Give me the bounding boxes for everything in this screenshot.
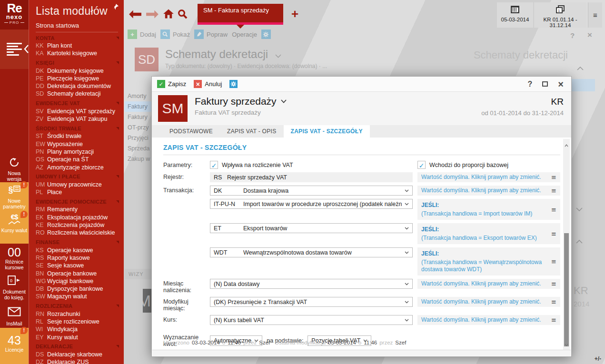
menu-icon[interactable]: ≡ [551, 174, 556, 181]
home-icon[interactable] [163, 9, 174, 21]
sidebar-item-dd[interactable]: DDDekretacja dokumentów [36, 82, 124, 90]
period-button[interactable]: 1 KR 01.01.14 - 31.12.14 [534, 2, 586, 28]
sidebar-item-os[interactable]: OSOperacje na ŚT [36, 156, 124, 163]
scrollbar-thumb[interactable] [564, 233, 569, 346]
sidebar-item-db[interactable]: DBDyspozycje bankowe [36, 285, 124, 293]
strip-item-nowe-parametry[interactable]: ! § Nowe parametry [0, 182, 29, 212]
sidebar-item-rl[interactable]: RLSesje rozliczeniowe [36, 318, 124, 325]
menu-icon[interactable]: ≡ [551, 230, 556, 237]
sidebar-section-header[interactable]: EWIDENCJE POMOCNICZE [36, 197, 119, 206]
dropdown-field[interactable]: (DK) Przesunięcie z Transakcji VAT [210, 297, 413, 307]
menu-icon[interactable]: ≡ [551, 298, 556, 305]
strip-item-roznice-kursowe[interactable]: 00 Różnice kursowe [0, 244, 29, 272]
strip-item-kursy-walut[interactable]: ! €$ Kursy walut [0, 212, 29, 244]
menu-icon[interactable]: ≡ [551, 258, 556, 265]
sidebar-item-ew[interactable]: EWWyposażenie [36, 140, 124, 148]
sidebar-section-header[interactable]: ŚRODKI TRWAŁE [36, 124, 119, 132]
menu-icon[interactable]: ≡ [551, 280, 556, 287]
sidebar-item-um[interactable]: UMUmowy pracownicze [36, 181, 124, 188]
condition-box[interactable]: JEŚLI:(Transakcja handlowa = Wewnątrzwsp… [417, 247, 560, 275]
sidebar-section: EWIDENCJE POMOCNICZERMRemanentyEKEksploa… [36, 197, 124, 236]
sidebar-item-sw[interactable]: SWMagazyn walut [36, 293, 124, 300]
strip-item-licencje[interactable]: ! 43 Licencje [0, 328, 29, 364]
tab-sm-faktura-sprzedazy[interactable]: SM - Faktura sprzedaży [198, 4, 283, 25]
save-button[interactable]: ✓ Zapisz [157, 80, 186, 88]
sidebar-item-dk[interactable]: DKDokumenty księgowe [36, 67, 124, 75]
sidebar-item-wg[interactable]: WGWyciągi bankowe [36, 277, 124, 285]
sidebar-item-st[interactable]: STŚrodki trwałe [36, 132, 124, 140]
sidebar-item-strona-startowa[interactable]: Strona startowa [36, 22, 118, 32]
checkbox-checked[interactable]: ✓ [210, 161, 218, 169]
sidebar-item-pe[interactable]: PEPieczęcie księgowe [36, 75, 124, 82]
back-icon[interactable] [129, 10, 142, 21]
sidebar-item-zv[interactable]: ZVEwidencja VAT zakupu [36, 115, 124, 123]
checkbox-checked[interactable]: ✓ [417, 161, 426, 169]
sidebar-item-se[interactable]: SESesje kasowe [36, 262, 124, 269]
sidebar-item-az[interactable]: AZAmortyzacje zbiorcze [36, 164, 124, 171]
sidebar-section-header[interactable]: KONTA [36, 34, 119, 42]
sidebar-item-dz[interactable]: DZDeklaracje ZUS [36, 358, 124, 364]
strip-item-nowa-wersja[interactable]: Nowa wersja [0, 155, 29, 182]
strip-item-insmail[interactable]: InsMail [0, 305, 29, 328]
dialog-close-icon[interactable]: × [558, 80, 564, 88]
sidebar-item-rs[interactable]: RSRaporty kasowe [36, 254, 124, 262]
pin-icon[interactable] [112, 3, 119, 12]
condition-box[interactable]: JEŚLI:(Transakcja handlowa = Eksport tow… [417, 223, 560, 244]
sidebar-item-rn[interactable]: RNRozrachunki [36, 310, 124, 318]
dropdown-field[interactable]: (N) Kurs tabeli VAT [210, 315, 413, 325]
dropdown-field[interactable]: ETEksport towarów [210, 223, 413, 233]
module-list-toggle[interactable] [0, 30, 29, 69]
dropdown-field[interactable]: (N) Data dostawy [210, 279, 413, 289]
tab-podstawowe[interactable]: PODSTAWOWE [162, 125, 220, 138]
app-menu-button[interactable]: ≡ [588, 2, 602, 28]
tab-zapis-vat-szczegoly[interactable]: ZAPIS VAT - SZCZEGÓŁY [284, 125, 370, 138]
sidebar-item-ro[interactable]: RORozliczenia właścicielskie [36, 229, 124, 236]
sidebar-item-rm[interactable]: RMRemanenty [36, 206, 124, 213]
sidebar-item-ey[interactable]: EYKursy walut [36, 334, 124, 341]
dialog-help-icon[interactable]: ? [528, 80, 533, 89]
dialog-settings-button[interactable] [229, 80, 238, 88]
sidebar-item-wi[interactable]: WIWindykacja [36, 325, 124, 333]
cancel-button[interactable]: × Anuluj [194, 80, 222, 88]
current-date-button[interactable]: 05-03-2014 [497, 2, 533, 28]
menu-icon[interactable]: ≡ [551, 187, 556, 194]
sidebar-item-kk[interactable]: KKPlan kont [36, 42, 124, 49]
scroll-down-icon[interactable] [565, 340, 568, 348]
dropdown-field[interactable]: DKDostawa krajowa [210, 186, 413, 196]
scroll-up-icon[interactable] [565, 140, 568, 149]
sidebar-item-pl[interactable]: PLPłace [36, 188, 124, 196]
dropdown-field[interactable]: WDTWewnątrzwspólnotowa dostawa towarów [210, 247, 413, 257]
search-icon[interactable] [178, 9, 188, 21]
default-value-box[interactable]: Wartość domyślna. Kliknij prawym aby zmi… [417, 172, 560, 182]
dialog-scrollbar[interactable] [563, 139, 570, 350]
sidebar-section-header[interactable]: EWIDENCJE VAT [36, 99, 119, 108]
sidebar-section-header[interactable]: UMOWY I PŁACE [36, 173, 119, 181]
strip-item-dokument-do-ksieg[interactable]: 0 Dokument do księg. [0, 273, 29, 302]
sidebar-item-bn[interactable]: BNOperacje bankowe [36, 270, 124, 277]
default-value-box[interactable]: Wartość domyślna. Kliknij prawym aby zmi… [417, 279, 560, 289]
sidebar-item-ek[interactable]: EKEksploatacja pojazdów [36, 214, 124, 221]
new-tab-button[interactable]: + [291, 8, 298, 20]
condition-box[interactable]: JEŚLI:(Transakcja handlowa = Import towa… [417, 199, 560, 220]
sidebar-item-ks[interactable]: KSOperacje kasowe [36, 246, 124, 254]
sidebar-item-ka[interactable]: KAKartoteki księgowe [36, 49, 124, 57]
sidebar-section-header[interactable]: DEKLARACJE [36, 343, 119, 351]
sidebar-item-sd[interactable]: SDSchematy dekretacji [36, 90, 124, 98]
sidebar-section-header[interactable]: KSIĘGI [36, 59, 119, 67]
sidebar-section-header[interactable]: ROZLICZENIA [36, 302, 119, 310]
tab-zapis-vat-opis[interactable]: ZAPIS VAT - OPIS [220, 125, 284, 138]
forward-icon[interactable] [146, 10, 159, 21]
sidebar-item-ke[interactable]: KERozliczenia pojazdów [36, 221, 124, 229]
default-value-box[interactable]: Wartość domyślna. Kliknij prawym aby zmi… [417, 315, 560, 325]
sidebar-item-ds[interactable]: DSDeklaracje skarbowe [36, 351, 124, 358]
sidebar-section-header[interactable]: FINANSE [36, 238, 119, 246]
sidebar-item-sv[interactable]: SVEwidencja VAT sprzedaży [36, 108, 124, 115]
menu-icon[interactable]: ≡ [551, 206, 556, 213]
dialog-maximize-icon[interactable] [542, 81, 548, 87]
menu-icon[interactable]: ≡ [551, 316, 556, 324]
sidebar-item-pn[interactable]: PNPlany amortyzacji [36, 148, 124, 156]
dropdown-field[interactable]: IT-PU-NImport towarów w procedurze upros… [210, 199, 413, 209]
default-value-box[interactable]: Wartość domyślna. Kliknij prawym aby zmi… [417, 186, 560, 196]
default-value-box[interactable]: Wartość domyślna. Kliknij prawym aby zmi… [417, 297, 560, 307]
dialog-title[interactable]: Faktury sprzedaży [195, 95, 287, 108]
